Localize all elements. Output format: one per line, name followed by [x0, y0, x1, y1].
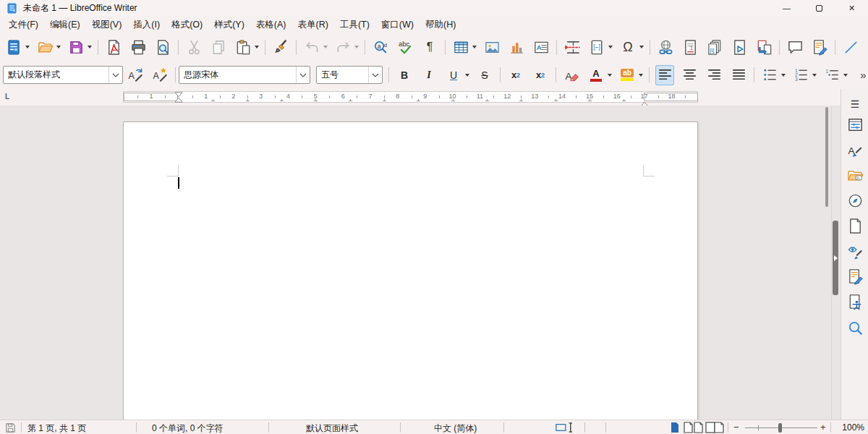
bullet-list-button[interactable]: [760, 65, 779, 85]
sidebar-page-button[interactable]: [846, 216, 864, 235]
numbered-list-button[interactable]: 123: [791, 65, 810, 85]
paste-dropdown[interactable]: [253, 37, 260, 57]
insert-page-break-button[interactable]: [563, 37, 582, 57]
update-style-button[interactable]: A: [126, 65, 145, 85]
multi-page-view-button[interactable]: [684, 422, 703, 433]
single-page-view-button[interactable]: [670, 422, 680, 433]
font-name-dropdown[interactable]: [296, 67, 310, 83]
language-status[interactable]: 中文 (简体): [434, 422, 477, 434]
save-button[interactable]: [67, 37, 85, 57]
track-changes-button[interactable]: [810, 37, 829, 57]
zoom-level-label[interactable]: 100%: [835, 422, 864, 433]
formatbar-overflow-button[interactable]: »: [854, 65, 868, 85]
insert-field-button[interactable]: [–]: [587, 37, 606, 57]
insert-table-button[interactable]: [451, 37, 470, 57]
paste-button[interactable]: [234, 37, 252, 57]
vertical-scrollbar-thumb[interactable]: [825, 107, 828, 207]
minimize-button[interactable]: —: [770, 1, 803, 15]
open-button[interactable]: [35, 37, 54, 57]
insert-comment-button[interactable]: [786, 37, 804, 57]
page-number-status[interactable]: 第 1 页, 共 1 页: [27, 422, 86, 434]
zoom-slider-handle[interactable]: [778, 423, 782, 433]
menu-i[interactable]: 插入(I): [127, 17, 166, 33]
undo-button[interactable]: [302, 37, 321, 57]
insert-bookmark-button[interactable]: [730, 37, 749, 57]
maximize-button[interactable]: [803, 1, 835, 15]
align-right-button[interactable]: [705, 65, 723, 85]
new-document-button[interactable]: [4, 37, 23, 57]
clear-formatting-button[interactable]: A: [562, 65, 581, 85]
sidebar-style-inspector-button[interactable]: [846, 242, 864, 260]
numbered-list-dropdown[interactable]: [811, 65, 818, 85]
paragraph-style-combobox[interactable]: 默认段落样式: [3, 66, 123, 84]
bold-button[interactable]: B: [395, 65, 414, 85]
menu-a[interactable]: 表格(A): [250, 17, 292, 33]
sidebar-manage-changes-button[interactable]: [846, 267, 864, 286]
special-character-dropdown[interactable]: [638, 37, 645, 57]
selection-mode-icon[interactable]: [556, 422, 574, 433]
bullet-list-dropdown[interactable]: [780, 65, 787, 85]
copy-button[interactable]: [209, 37, 228, 57]
insert-textbox-button[interactable]: A: [532, 37, 550, 57]
justify-button[interactable]: [729, 65, 748, 85]
new-document-dropdown[interactable]: [24, 37, 31, 57]
special-character-button[interactable]: Ω: [618, 37, 637, 57]
zoom-out-button[interactable]: −: [733, 422, 739, 433]
subscript-button[interactable]: x2: [531, 65, 550, 85]
menu-e[interactable]: 编辑(E): [44, 17, 86, 33]
insert-endnote-button[interactable]: [i]: [705, 37, 724, 57]
open-dropdown[interactable]: [55, 37, 62, 57]
sidebar-navigator-button[interactable]: [846, 191, 864, 210]
formatting-marks-button[interactable]: ¶: [420, 37, 439, 57]
sidebar-properties-button[interactable]: [846, 115, 864, 134]
sidebar-hide-grip[interactable]: [833, 221, 838, 295]
sidebar-settings-button[interactable]: ☰: [846, 95, 864, 114]
align-center-button[interactable]: [680, 65, 699, 85]
word-count-status[interactable]: 0 个单词, 0 个字符: [152, 422, 224, 434]
sidebar-accessibility-check-button[interactable]: [846, 292, 864, 311]
menu-y[interactable]: 样式(Y): [208, 17, 250, 33]
menu-v[interactable]: 视图(V): [86, 17, 128, 33]
undo-dropdown[interactable]: [322, 37, 329, 57]
print-preview-button[interactable]: [153, 37, 172, 57]
redo-dropdown[interactable]: [353, 37, 360, 57]
insert-footnote-button[interactable]: 1: [681, 37, 699, 57]
new-style-button[interactable]: A: [150, 65, 169, 85]
align-left-button[interactable]: [655, 65, 674, 85]
outline-list-dropdown[interactable]: [842, 65, 849, 85]
highlight-color-dropdown[interactable]: [637, 65, 644, 85]
highlight-color-button[interactable]: ab: [618, 65, 637, 85]
menu-t[interactable]: 工具(T): [334, 17, 375, 33]
indent-marker-left[interactable]: [174, 92, 183, 106]
print-button[interactable]: [129, 37, 148, 57]
insert-image-button[interactable]: [482, 37, 501, 57]
insert-hyperlink-button[interactable]: [656, 37, 675, 57]
outline-list-button[interactable]: 1: [822, 65, 841, 85]
paragraph-style-dropdown[interactable]: [109, 67, 122, 83]
menu-r[interactable]: 表单(R): [292, 17, 334, 33]
save-dropdown[interactable]: [86, 37, 93, 57]
menu-w[interactable]: 窗口(W): [375, 17, 420, 33]
insert-chart-button[interactable]: [507, 37, 526, 57]
font-size-combobox[interactable]: 五号: [316, 66, 383, 84]
page-style-status[interactable]: 默认页面样式: [306, 422, 358, 434]
insert-field-dropdown[interactable]: [607, 37, 614, 57]
cut-button[interactable]: [184, 37, 203, 57]
book-view-button[interactable]: [705, 422, 725, 433]
underline-button[interactable]: U: [444, 65, 463, 85]
menu-f[interactable]: 文件(F): [3, 17, 44, 33]
font-color-dropdown[interactable]: [606, 65, 613, 85]
sidebar-styles-button[interactable]: A: [846, 140, 864, 159]
spellcheck-button[interactable]: abc: [396, 37, 414, 57]
insert-table-dropdown[interactable]: [471, 37, 478, 57]
document-page[interactable]: [123, 122, 698, 425]
strikethrough-button[interactable]: S: [475, 65, 494, 85]
insert-cross-reference-button[interactable]: [754, 37, 773, 57]
font-color-button[interactable]: A: [587, 65, 605, 85]
find-replace-button[interactable]: ad: [371, 37, 390, 57]
sidebar-gallery-button[interactable]: [846, 166, 864, 184]
close-button[interactable]: ✕: [835, 1, 868, 15]
redo-button[interactable]: [333, 37, 352, 57]
font-size-dropdown[interactable]: [368, 67, 382, 83]
clone-formatting-button[interactable]: [271, 37, 290, 57]
